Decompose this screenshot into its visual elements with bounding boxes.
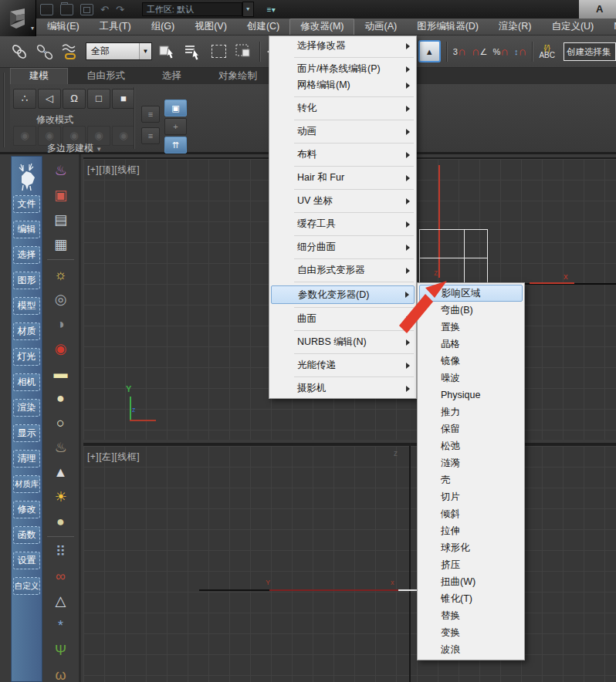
menu-item[interactable]: 光能传递 (269, 357, 416, 373)
submenu-item[interactable]: 影响区域 (419, 285, 523, 302)
viewport-left[interactable]: [+][左][线框] z Y x (83, 443, 616, 682)
menubar-item[interactable]: 动画(A) (354, 19, 407, 35)
menu-item[interactable]: 转化 (269, 100, 416, 116)
submenu-item[interactable]: 松弛 (418, 437, 524, 454)
submenu-item[interactable]: 镜像 (418, 353, 524, 370)
submenu-item[interactable]: 替换 (418, 607, 524, 624)
viewport-top-label[interactable]: [+][顶][线框] (87, 164, 140, 177)
submenu-item[interactable]: 波浪 (418, 641, 524, 658)
hair-fur-claw-icon[interactable]: ωHF (48, 665, 74, 682)
new-file-icon[interactable] (40, 4, 53, 15)
wire-teapot-icon[interactable]: ♨ (48, 437, 74, 457)
submenu-item[interactable]: 保留 (418, 420, 524, 437)
menu-item[interactable]: NURBS 编辑(N) (269, 334, 416, 350)
sidebar-button-显示[interactable]: 显示 (13, 424, 40, 442)
ribbon-tab[interactable]: 对象绘制 (200, 68, 276, 84)
track-view-mixer-icon[interactable]: ▦ (48, 235, 74, 255)
blue-rock-icon[interactable]: * (48, 616, 74, 636)
vertex-mode-button[interactable]: ∴ (13, 89, 36, 109)
preview-toggle-button[interactable]: ▣ (164, 100, 187, 116)
submenu-item[interactable]: Physique (418, 387, 524, 403)
yellow-plane-icon[interactable]: ▬ (48, 363, 74, 383)
ribbon-tab[interactable]: 建模 (10, 68, 68, 84)
sidebar-button-图形[interactable]: 图形 (13, 272, 40, 289)
molecule-icon[interactable]: ∞ (48, 566, 74, 586)
selection-filter-arrow-icon[interactable]: ▼ (139, 43, 151, 59)
menubar-item[interactable]: 渲染(R) (489, 19, 541, 35)
edge-mode-button[interactable]: ◁ (38, 89, 61, 109)
selection-lock-toggle[interactable]: ▲ (418, 40, 441, 62)
sidebar-button-材质库[interactable]: 材质库 (13, 475, 40, 493)
select-and-link-icon[interactable] (9, 42, 29, 62)
ribbon-tab[interactable]: 选择 (144, 68, 200, 84)
sidebar-button-灯光[interactable]: 灯光 (13, 348, 40, 366)
sidebar-button-相机[interactable]: 相机 (13, 373, 40, 391)
percent-snap-toggle[interactable]: %∩ (492, 46, 509, 56)
edit-named-selection-sets-icon[interactable]: {⁄} ABC (539, 45, 555, 59)
snap-toggle-3d[interactable]: 3∩ (453, 46, 466, 56)
menubar-item[interactable]: 编辑(E) (37, 19, 90, 35)
show-end-result-button[interactable]: ⇈ (164, 137, 187, 154)
submenu-item[interactable]: 挤压 (418, 556, 524, 573)
white-cone-icon[interactable]: ▲ (48, 462, 74, 482)
sidebar-button-自定义[interactable]: 自定义 (13, 577, 40, 595)
save-file-icon[interactable] (80, 4, 93, 15)
sidebar-button-修改[interactable]: 修改 (13, 501, 40, 518)
submenu-item[interactable]: 壳 (418, 471, 524, 488)
menu-item[interactable]: 摄影机 (269, 380, 416, 397)
cream-blob-icon[interactable]: ● (48, 388, 74, 408)
submenu-item[interactable]: 变换 (418, 624, 524, 641)
submenu-item[interactable]: 锥化(T) (418, 590, 524, 607)
open-file-icon[interactable] (60, 4, 73, 15)
menu-item[interactable]: 网格编辑(M) (269, 77, 416, 93)
light-lister-icon[interactable]: ☼ (48, 265, 74, 285)
grass-icon[interactable]: Ψ (48, 640, 74, 660)
menubar-item[interactable]: 修改器(M) (289, 19, 354, 35)
workspace-selector[interactable]: 工作区: 默认 ▼ (142, 2, 254, 17)
menu-item[interactable]: Hair 和 Fur (269, 170, 416, 186)
submenu-item[interactable]: 扭曲(W) (418, 573, 524, 590)
sidebar-button-选择[interactable]: 选择 (13, 246, 40, 264)
toy-camera-icon[interactable]: ◉ (48, 339, 74, 359)
undo-icon[interactable]: ↶ (100, 5, 109, 15)
wireframe-box[interactable] (419, 229, 488, 285)
sidebar-button-渲染[interactable]: 渲染 (13, 399, 40, 417)
menu-item[interactable]: 缓存工具 (269, 216, 416, 232)
sidebar-button-清理[interactable]: 清理 (13, 450, 40, 468)
submenu-item[interactable]: 噪波 (418, 370, 524, 387)
menubar-item[interactable]: 工具(T) (90, 19, 141, 35)
submenu-item[interactable]: 推力 (418, 403, 524, 420)
submenu-item[interactable]: 置换 (418, 319, 524, 336)
create-selection-set-field[interactable]: 创建选择集 (564, 42, 616, 61)
menu-item[interactable]: 参数化变形器(D) (271, 285, 415, 304)
menu-item[interactable]: UV 坐标 (269, 193, 416, 209)
menu-item[interactable]: 曲面 (269, 311, 416, 327)
beige-sphere-icon[interactable]: ● (48, 512, 74, 532)
select-object-icon[interactable] (157, 42, 178, 62)
sun-icon[interactable]: ☀ (48, 487, 74, 507)
spreadsheet-editor-icon[interactable]: ▤ (48, 210, 74, 230)
video-camera-icon[interactable]: ◎ (48, 289, 74, 309)
submenu-item[interactable]: 切片 (418, 488, 524, 505)
submenu-item[interactable]: 弯曲(B) (418, 302, 524, 319)
menubar-item[interactable]: MAXScri (604, 19, 616, 35)
menu-item[interactable]: 布料 (269, 147, 416, 163)
menu-item[interactable]: 面片/样条线编辑(P) (269, 61, 416, 77)
menubar-item[interactable]: 组(G) (141, 19, 185, 35)
space-warp-pyramid-icon[interactable]: △ (48, 591, 74, 611)
expand-stack-button[interactable]: ≡ (141, 127, 160, 144)
submenu-item[interactable]: 涟漪 (418, 454, 524, 471)
spinner-snap-toggle[interactable]: ↕∩ (514, 46, 526, 56)
menubar-item[interactable]: 图形编辑器(D) (407, 19, 489, 35)
sidebar-button-材质[interactable]: 材质 (13, 322, 40, 340)
sidebar-button-编辑[interactable]: 编辑 (13, 221, 40, 238)
app-logo[interactable]: ▾ (0, 0, 36, 36)
submenu-item[interactable]: 球形化 (418, 539, 524, 556)
material-editor-teapot-icon[interactable]: ♨ (48, 160, 74, 181)
sidebar-button-函数[interactable]: 函数 (13, 526, 40, 544)
unlink-selection-icon[interactable] (35, 42, 55, 62)
menubar-item[interactable]: 自定义(U) (541, 19, 604, 35)
menubar-item[interactable]: 视图(V) (184, 19, 237, 35)
redo-icon[interactable]: ↷ (116, 5, 124, 15)
sidebar-button-模型[interactable]: 模型 (13, 297, 40, 315)
